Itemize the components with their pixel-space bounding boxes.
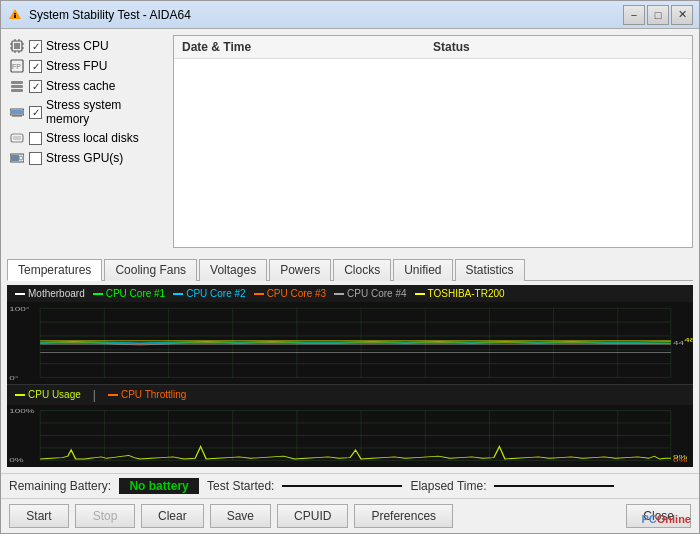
stress-cache-item[interactable]: Stress cache: [7, 77, 167, 95]
tab-statistics[interactable]: Statistics: [455, 259, 525, 281]
svg-text:0%: 0%: [9, 455, 24, 462]
fpu-icon: FP: [9, 58, 25, 74]
legend-label-cpucore3: CPU Core #3: [267, 288, 326, 299]
stress-cpu-checkbox[interactable]: [29, 40, 42, 53]
stress-cache-checkbox[interactable]: [29, 80, 42, 93]
legend-cpu-throttling: CPU Throttling: [108, 388, 186, 402]
svg-text:48: 48: [684, 337, 693, 343]
stress-disk-checkbox[interactable]: [29, 132, 42, 145]
cpu-usage-chart: CPU Usage | CPU Throttling: [7, 385, 693, 467]
stress-fpu-item[interactable]: FP Stress FPU: [7, 57, 167, 75]
legend-motherboard: Motherboard: [15, 288, 85, 299]
stress-memory-item[interactable]: Stress system memory: [7, 97, 167, 127]
legend-label-cpucore2: CPU Core #2: [186, 288, 245, 299]
bottom-wrapper: Start Stop Clear Save CPUID Preferences …: [1, 498, 699, 533]
tab-temperatures[interactable]: Temperatures: [7, 259, 102, 281]
legend-cpucore4: CPU Core #4: [334, 288, 406, 299]
battery-value: No battery: [119, 478, 199, 494]
window-controls: − □ ✕: [623, 5, 693, 25]
svg-text:0°: 0°: [9, 375, 19, 381]
stress-fpu-label: Stress FPU: [46, 59, 107, 73]
cpuid-button[interactable]: CPUID: [277, 504, 348, 528]
cache-icon: [9, 78, 25, 94]
svg-rect-15: [11, 81, 23, 84]
legend-label-toshiba: TOSHIBA-TR200: [428, 288, 505, 299]
svg-text:44: 44: [673, 340, 685, 346]
stress-memory-checkbox[interactable]: [29, 106, 42, 119]
watermark: PCOnline: [641, 513, 691, 525]
svg-rect-26: [13, 136, 21, 140]
title-bar: System Stability Test - AIDA64 − □ ✕: [1, 1, 699, 29]
svg-text:100°: 100°: [9, 306, 30, 312]
tab-voltages[interactable]: Voltages: [199, 259, 267, 281]
maximize-button[interactable]: □: [647, 5, 669, 25]
legend-label-motherboard: Motherboard: [28, 288, 85, 299]
stress-gpu-label: Stress GPU(s): [46, 151, 123, 165]
cpu-chart-svg: 100% 0% 9% 0%: [7, 405, 693, 467]
legend-dot-cpucore1: [93, 293, 103, 295]
window-title: System Stability Test - AIDA64: [29, 8, 623, 22]
elapsed-label: Elapsed Time:: [410, 479, 486, 493]
start-button[interactable]: Start: [9, 504, 69, 528]
tab-powers[interactable]: Powers: [269, 259, 331, 281]
charts-area: Motherboard CPU Core #1 CPU Core #2 CPU …: [7, 285, 693, 467]
memory-icon: [9, 104, 25, 120]
test-started-label: Test Started:: [207, 479, 274, 493]
minimize-button[interactable]: −: [623, 5, 645, 25]
svg-text:0%: 0%: [673, 455, 688, 462]
tab-cooling[interactable]: Cooling Fans: [104, 259, 197, 281]
legend-label-cpu-throttling: CPU Throttling: [121, 389, 186, 400]
legend-cpucore2: CPU Core #2: [173, 288, 245, 299]
close-button[interactable]: ✕: [671, 5, 693, 25]
charts-section: Temperatures Cooling Fans Voltages Power…: [1, 254, 699, 473]
svg-rect-2: [14, 13, 16, 15]
legend-label-cpucore4: CPU Core #4: [347, 288, 406, 299]
main-window: System Stability Test - AIDA64 − □ ✕ Str…: [0, 0, 700, 534]
log-col-datetime: Date & Time: [182, 40, 433, 54]
tab-unified[interactable]: Unified: [393, 259, 452, 281]
stop-button[interactable]: Stop: [75, 504, 135, 528]
svg-rect-28: [11, 155, 19, 161]
legend-label-cpucore1: CPU Core #1: [106, 288, 165, 299]
log-panel: Date & Time Status: [173, 35, 693, 248]
legend-dot-cpu-throttling: [108, 394, 118, 396]
log-content[interactable]: [174, 59, 692, 247]
elapsed-value: [494, 485, 614, 487]
legend-cpucore3: CPU Core #3: [254, 288, 326, 299]
stress-options-panel: Stress CPU FP Stress FPU Stress cache: [7, 35, 167, 248]
bottom-bar: Start Stop Clear Save CPUID Preferences …: [1, 498, 699, 533]
stress-cpu-item[interactable]: Stress CPU: [7, 37, 167, 55]
tab-clocks[interactable]: Clocks: [333, 259, 391, 281]
temp-chart-canvas: 100° 0° 44 48: [7, 302, 693, 384]
legend-label-cpu-usage: CPU Usage: [28, 389, 81, 400]
legend-dot-cpucore4: [334, 293, 344, 295]
svg-rect-4: [14, 43, 20, 49]
stress-gpu-checkbox[interactable]: [29, 152, 42, 165]
watermark-pc: PC: [641, 513, 656, 525]
legend-dot-cpucore3: [254, 293, 264, 295]
legend-toshiba: TOSHIBA-TR200: [415, 288, 505, 299]
legend-dot-cpu-usage: [15, 394, 25, 396]
status-bar: Remaining Battery: No battery Test Start…: [1, 473, 699, 498]
legend-separator: |: [93, 388, 96, 402]
stress-gpu-item[interactable]: Stress GPU(s): [7, 149, 167, 167]
gpu-icon: [9, 150, 25, 166]
legend-cpucore1: CPU Core #1: [93, 288, 165, 299]
stress-disk-label: Stress local disks: [46, 131, 139, 145]
legend-dot-cpucore2: [173, 293, 183, 295]
log-col-status: Status: [433, 40, 684, 54]
legend-cpu-usage: CPU Usage: [15, 388, 81, 402]
svg-rect-17: [11, 89, 23, 92]
temp-chart-legend: Motherboard CPU Core #1 CPU Core #2 CPU …: [7, 285, 693, 302]
clear-button[interactable]: Clear: [141, 504, 204, 528]
disk-icon: [9, 130, 25, 146]
top-content: Stress CPU FP Stress FPU Stress cache: [1, 29, 699, 254]
save-button[interactable]: Save: [210, 504, 271, 528]
preferences-button[interactable]: Preferences: [354, 504, 453, 528]
svg-point-29: [19, 156, 23, 160]
test-started-value: [282, 485, 402, 487]
stress-memory-label: Stress system memory: [46, 98, 165, 126]
temperature-chart: Motherboard CPU Core #1 CPU Core #2 CPU …: [7, 285, 693, 385]
stress-fpu-checkbox[interactable]: [29, 60, 42, 73]
stress-disk-item[interactable]: Stress local disks: [7, 129, 167, 147]
